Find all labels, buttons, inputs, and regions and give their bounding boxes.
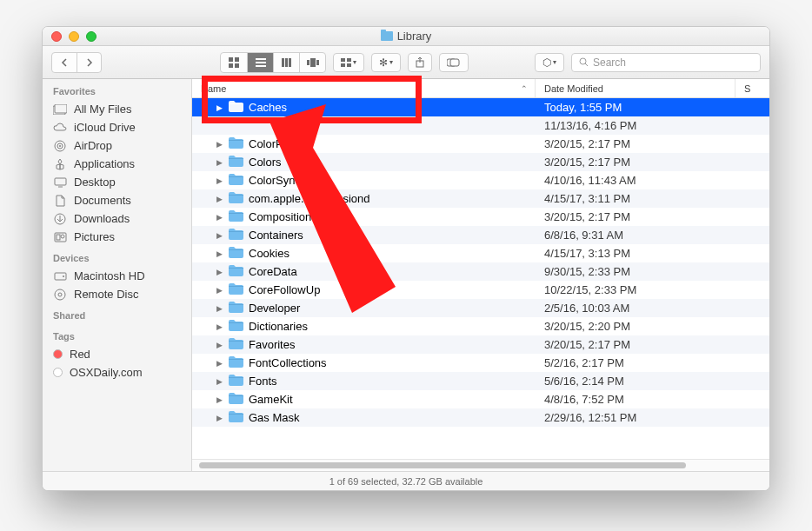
disclosure-triangle-icon[interactable]: ▶	[216, 231, 223, 240]
finder-window: Library	[42, 26, 770, 491]
table-row[interactable]: ▶Containers6/8/16, 9:31 AM	[192, 226, 769, 244]
disclosure-triangle-icon[interactable]: ▶	[216, 249, 223, 258]
back-button[interactable]	[52, 53, 77, 72]
table-row[interactable]: 11/13/16, 4:16 PM	[192, 116, 769, 135]
share-button[interactable]	[408, 53, 432, 72]
column-header-date[interactable]: Date Modified	[536, 79, 735, 97]
table-row[interactable]: ▶Gas Mask2/29/16, 12:51 PM	[192, 408, 769, 427]
column-date-label: Date Modified	[544, 83, 603, 94]
table-row[interactable]: ▶Dictionaries3/20/15, 2:20 PM	[192, 317, 769, 335]
sidebar-item-airdrop[interactable]: AirDrop	[43, 136, 191, 155]
dropbox-button[interactable]: ⬡▾	[535, 53, 564, 72]
list-view-button[interactable]	[247, 53, 273, 72]
table-row[interactable]: ▶CachesToday, 1:55 PM	[192, 98, 769, 116]
table-row[interactable]: ▶Colors3/20/15, 2:17 PM	[192, 153, 769, 171]
all-files-icon	[53, 103, 67, 116]
table-row[interactable]: ▶Favorites3/20/15, 2:17 PM	[192, 335, 769, 354]
disclosure-triangle-icon[interactable]: ▶	[216, 322, 223, 331]
downloads-icon	[53, 213, 67, 225]
sidebar-item-desktop[interactable]: Desktop	[43, 173, 191, 191]
svg-rect-13	[341, 58, 345, 62]
file-name: Compositions	[249, 210, 317, 223]
cell-date: 3/20/15, 2:17 PM	[536, 156, 735, 169]
sidebar-item-red[interactable]: Red	[43, 345, 191, 363]
disclosure-triangle-icon[interactable]: ▶	[216, 140, 223, 149]
table-row[interactable]: ▶ColorSync4/10/16, 11:43 AM	[192, 171, 769, 189]
svg-rect-42	[229, 213, 243, 214]
disclosure-triangle-icon[interactable]: ▶	[216, 359, 223, 368]
search-input[interactable]: Search	[571, 53, 761, 72]
table-row[interactable]: ▶Cookies4/15/17, 3:13 PM	[192, 244, 769, 262]
svg-rect-52	[229, 395, 243, 396]
table-row[interactable]: ▶ColorPick3/20/15, 2:17 PM	[192, 135, 769, 153]
column-header-name[interactable]: Name ⌃	[192, 79, 536, 97]
horizontal-scrollbar[interactable]	[192, 459, 769, 471]
table-row[interactable]: ▶Fonts5/6/16, 2:14 PM	[192, 372, 769, 390]
svg-rect-11	[310, 58, 316, 67]
icon-view-button[interactable]	[221, 53, 247, 72]
folder-icon	[229, 337, 243, 352]
table-row[interactable]: ▶CoreData9/30/15, 2:33 PM	[192, 262, 769, 281]
tags-button[interactable]	[439, 53, 469, 72]
action-button[interactable]: ✻▾	[371, 53, 401, 72]
disclosure-triangle-icon[interactable]: ▶	[216, 395, 223, 404]
tag-icon	[447, 58, 461, 67]
disclosure-triangle-icon[interactable]: ▶	[216, 213, 223, 222]
cell-name: ▶Compositions	[192, 209, 536, 224]
sidebar-item-label: iCloud Drive	[74, 121, 136, 134]
sidebar-item-label: Red	[70, 348, 90, 361]
svg-rect-50	[229, 359, 243, 360]
disclosure-triangle-icon[interactable]: ▶	[216, 176, 223, 185]
svg-rect-19	[450, 59, 459, 66]
column-header-size[interactable]: S	[735, 79, 769, 97]
disclosure-triangle-icon[interactable]: ▶	[216, 268, 223, 276]
table-row[interactable]: ▶Developer2/5/16, 10:03 AM	[192, 299, 769, 317]
disclosure-triangle-icon[interactable]: ▶	[216, 414, 223, 422]
titlebar[interactable]: Library	[43, 27, 769, 46]
sidebar-item-all-my-files[interactable]: All My Files	[43, 100, 191, 118]
svg-rect-44	[229, 249, 243, 250]
sidebar-item-icloud-drive[interactable]: iCloud Drive	[43, 118, 191, 136]
sidebar-item-pictures[interactable]: Pictures	[43, 228, 191, 246]
svg-rect-23	[55, 104, 67, 113]
table-row[interactable]: ▶GameKit4/8/16, 7:52 PM	[192, 390, 769, 408]
arrange-button[interactable]: ▾	[333, 53, 364, 72]
sort-indicator-icon: ⌃	[521, 84, 528, 93]
disclosure-triangle-icon[interactable]: ▶	[216, 304, 223, 313]
cell-name: ▶com.apple.nsu sessiond	[192, 191, 536, 206]
column-view-button[interactable]	[273, 53, 299, 72]
hdd-icon	[53, 270, 67, 282]
cell-date: 2/5/16, 10:03 AM	[536, 302, 735, 315]
table-row[interactable]: ▶FontCollections5/2/16, 2:17 PM	[192, 354, 769, 372]
disclosure-triangle-icon[interactable]: ▶	[216, 158, 223, 167]
sidebar-item-downloads[interactable]: Downloads	[43, 209, 191, 228]
sidebar-item-documents[interactable]: Documents	[43, 191, 191, 209]
disclosure-triangle-icon[interactable]: ▶	[216, 341, 223, 349]
coverflow-view-button[interactable]	[299, 53, 325, 72]
scrollbar-thumb[interactable]	[199, 462, 686, 468]
disclosure-triangle-icon[interactable]: ▶	[216, 286, 223, 295]
column-name-label: Name	[201, 83, 226, 94]
svg-rect-1	[235, 57, 239, 62]
svg-rect-2	[229, 63, 233, 68]
disclosure-triangle-icon[interactable]: ▶	[216, 103, 223, 112]
table-row[interactable]: ▶Compositions3/20/15, 2:17 PM	[192, 208, 769, 226]
sidebar-item-applications[interactable]: Applications	[43, 155, 191, 173]
svg-point-20	[580, 58, 586, 64]
sidebar-item-osxdaily-com[interactable]: OSXDaily.com	[43, 363, 191, 382]
status-bar: 1 of 69 selected, 32.72 GB available	[43, 471, 769, 490]
folder-icon	[229, 136, 243, 151]
file-rows[interactable]: ▶CachesToday, 1:55 PM11/13/16, 4:16 PM▶C…	[192, 98, 769, 459]
forward-button[interactable]	[77, 53, 101, 72]
table-row[interactable]: ▶com.apple.nsu sessiond4/15/17, 3:11 PM	[192, 189, 769, 208]
cell-name: ▶ColorSync	[192, 173, 536, 188]
disclosure-triangle-icon[interactable]: ▶	[216, 377, 223, 386]
sidebar-item-remote-disc[interactable]: Remote Disc	[43, 285, 191, 303]
svg-rect-0	[229, 57, 233, 62]
table-row[interactable]: ▶CoreFollowUp10/22/15, 2:33 PM	[192, 281, 769, 299]
disclosure-triangle-icon[interactable]: ▶	[216, 195, 223, 203]
cell-date: 6/8/16, 9:31 AM	[536, 229, 735, 242]
sidebar[interactable]: FavoritesAll My FilesiCloud DriveAirDrop…	[43, 79, 192, 471]
svg-rect-47	[229, 304, 243, 305]
sidebar-item-macintosh-hd[interactable]: Macintosh HD	[43, 267, 191, 285]
